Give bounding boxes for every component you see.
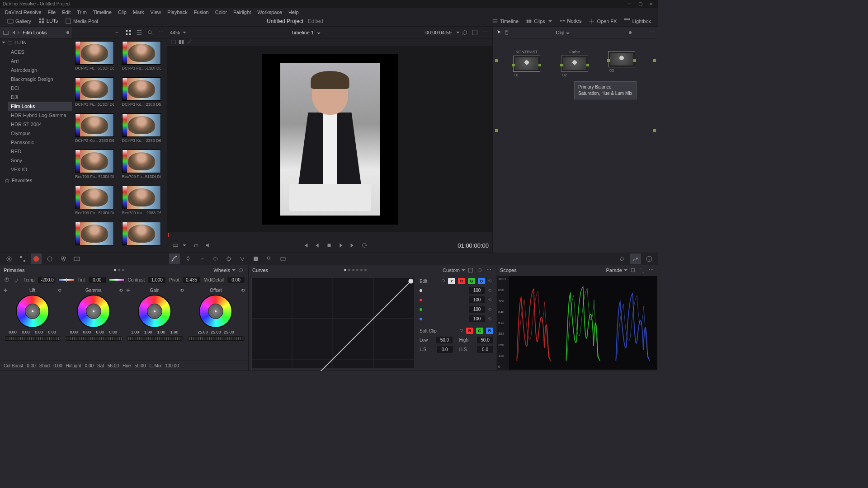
lut-item[interactable]: DCI-P3 Ko... 2383 D65 [122, 113, 165, 146]
tab-openfx[interactable]: Open FX [585, 16, 620, 26]
temp-slider[interactable] [59, 279, 74, 281]
tool-qualifier[interactable] [196, 253, 207, 264]
node-output[interactable] [653, 59, 656, 62]
reset-icon[interactable]: ⟲ [488, 297, 493, 303]
node-box[interactable]: Farbe 02 [559, 50, 590, 77]
channel-r-button[interactable]: R [458, 278, 465, 284]
ls-value[interactable]: 0.0 [437, 346, 453, 353]
tab-clips[interactable]: Clips [522, 16, 555, 26]
tool-window[interactable] [210, 253, 221, 264]
lut-item[interactable] [75, 222, 118, 250]
reset-icon[interactable]: ⟲ [488, 316, 493, 322]
tree-item[interactable]: Arri [8, 56, 72, 66]
tree-favorites[interactable]: Favorites [0, 176, 72, 185]
tool-warper[interactable] [183, 253, 193, 264]
lut-item[interactable]: Rec709 Fu...513DI D55 [75, 150, 118, 182]
curve-value[interactable]: 100 [469, 287, 485, 294]
viewer-loop-button[interactable] [192, 241, 201, 250]
menu-fusion[interactable]: Fusion [191, 9, 212, 15]
curves-more[interactable]: ⋯ [485, 267, 492, 274]
lut-item[interactable]: DCI-P3 Fu...513DI D55 [75, 41, 118, 74]
scopes-mode-dropdown[interactable] [624, 269, 627, 271]
softclip-r-button[interactable]: R [466, 328, 473, 334]
link-icon[interactable] [458, 328, 463, 334]
menu-trim[interactable]: Trim [74, 9, 90, 15]
stop-button[interactable] [325, 241, 334, 250]
viewer-audio-button[interactable] [203, 241, 212, 250]
skip-end-button[interactable] [348, 241, 357, 250]
menu-mark[interactable]: Mark [130, 9, 147, 15]
lut-item[interactable]: Rec709 Fu...513DI D60 [122, 150, 165, 182]
tool-scopes[interactable] [630, 253, 641, 264]
curves-mode[interactable]: Custom [443, 267, 460, 273]
lut-item[interactable]: DCI-P3 Ko... 2383 D55 [122, 77, 165, 110]
curve-value[interactable]: 100 [469, 306, 485, 313]
hilight-value[interactable]: 0.00 [85, 363, 94, 368]
viewer-expand-button[interactable] [471, 28, 479, 37]
tree-item[interactable]: DJI [8, 93, 72, 102]
tool-color-match[interactable] [17, 253, 28, 264]
search-button[interactable] [146, 28, 154, 37]
wheel-picker-icon[interactable]: ✛ [4, 288, 7, 293]
node-arrow-tool[interactable] [496, 29, 502, 36]
curves-mode-dropdown[interactable] [462, 269, 465, 271]
menu-color[interactable]: Color [212, 9, 230, 15]
lut-item[interactable]: Rec709 Ko... 2383 D55 [122, 186, 165, 218]
menu-playback[interactable]: Playback [164, 9, 191, 15]
shad-value[interactable]: 0.00 [53, 363, 62, 368]
timeline-name[interactable]: Timeline 1 [291, 30, 314, 35]
channel-b-button[interactable]: B [478, 278, 485, 284]
lut-item[interactable]: Rec709 Fu...513DI D65 [75, 186, 118, 218]
tree-item[interactable]: HDR ST 2084 [8, 120, 72, 129]
tool-info[interactable] [644, 253, 655, 264]
node-box[interactable]: 03 [606, 50, 637, 73]
node-output-2[interactable] [653, 129, 656, 132]
viewer-refresh-button[interactable] [461, 28, 469, 37]
viewer-mode-dropdown[interactable] [183, 244, 186, 246]
lut-item[interactable]: DCI-P3 Fu...513DI D65 [75, 77, 118, 110]
lut-item[interactable]: DCI-P3 Ko... 2383 D60 [75, 113, 118, 146]
wheel-reset-icon[interactable]: ⟲ [119, 288, 123, 293]
tab-timeline[interactable]: Timeline [488, 16, 522, 26]
node-input-2[interactable] [495, 129, 498, 132]
curves-reset[interactable] [476, 267, 483, 274]
primaries-reset[interactable] [237, 267, 245, 274]
wheel-picker-icon[interactable]: ✛ [126, 288, 130, 293]
reset-icon[interactable]: ⟲ [488, 288, 493, 293]
softclip-g-button[interactable]: G [476, 328, 483, 334]
tree-item[interactable]: VFX IO [8, 165, 72, 174]
tree-item[interactable]: Sony [8, 156, 72, 165]
curves-edit-reset[interactable]: ⟲ [488, 278, 493, 284]
tree-item[interactable]: Panasonic [8, 138, 72, 147]
viewer-scrubber[interactable] [167, 232, 492, 238]
menu-workspace[interactable]: Workspace [254, 9, 285, 15]
middetail-value[interactable]: 0.00 [227, 277, 245, 283]
lut-item[interactable] [122, 222, 165, 250]
tree-item[interactable]: Blackmagic Design [8, 75, 72, 84]
tree-item[interactable]: Olympus [8, 129, 72, 138]
node-input[interactable] [495, 59, 498, 62]
app-name-menu[interactable]: DaVinci Resolve [2, 9, 45, 15]
list-view-button[interactable] [135, 28, 143, 37]
gamma-wheel[interactable] [77, 295, 110, 328]
gain-jog[interactable] [126, 336, 184, 341]
menu-help[interactable]: Help [285, 9, 302, 15]
low-value[interactable]: 50.0 [436, 337, 453, 343]
tint-value[interactable]: 0.00 [89, 277, 106, 283]
tool-tracker[interactable] [223, 253, 234, 264]
primaries-mode[interactable]: Wheels [213, 267, 230, 273]
window-maximize-button[interactable]: ▢ [636, 1, 645, 7]
tree-item[interactable]: HDR Hybrid Log-Gamma [8, 111, 72, 120]
scopes-expand[interactable] [638, 267, 646, 274]
channel-g-button[interactable]: G [468, 278, 475, 284]
lmix-value[interactable]: 100.00 [165, 363, 179, 368]
node-canvas[interactable]: KONTRAST 01 Farbe 02 03 Primary Balance … [493, 38, 658, 253]
menu-edit[interactable]: Edit [59, 9, 74, 15]
gain-wheel[interactable] [138, 295, 171, 328]
tree-item[interactable]: ACES [8, 47, 72, 56]
tab-media-pool[interactable]: Media Pool [61, 16, 102, 26]
tree-item[interactable]: RED [8, 147, 72, 156]
wheel-reset-icon[interactable]: ⟲ [57, 288, 61, 293]
sat-value[interactable]: 56.00 [108, 363, 119, 368]
viewer-timecode-play[interactable]: 01:00:00:00 [458, 242, 489, 249]
